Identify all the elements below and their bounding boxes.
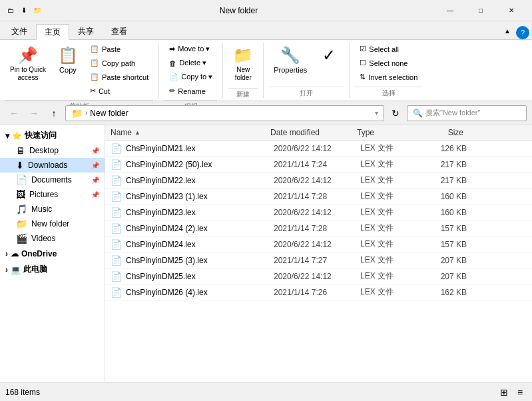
tab-view[interactable]: 查看 <box>103 23 136 39</box>
table-row[interactable]: 📄 ChsPinyinDM23 (1).lex 2021/1/14 7:28 L… <box>105 189 532 204</box>
pin-icon-desktop: 📌 <box>91 147 99 155</box>
onedrive-header[interactable]: › ☁ OneDrive <box>0 247 105 260</box>
cut-button[interactable]: ✂ Cut <box>85 85 153 97</box>
file-date: 2021/1/14 7:26 <box>274 288 360 297</box>
copy-to-button[interactable]: 📄 Copy to ▾ <box>164 71 217 83</box>
list-view-button[interactable]: ≡ <box>513 386 527 399</box>
forward-button[interactable]: → <box>25 105 43 122</box>
table-row[interactable]: 📄 ChsPinyinDM23.lex 2020/6/22 14:12 LEX … <box>105 204 532 220</box>
ribbon-expand-button[interactable]: ▲ <box>499 22 516 39</box>
pin-to-quick-access-button[interactable]: 📌 Pin to Quickaccess <box>5 43 51 85</box>
column-date[interactable]: Date modified <box>270 128 357 137</box>
sidebar-item-videos[interactable]: 🎬 Videos <box>0 231 105 246</box>
select-all-button[interactable]: ☑ Select all <box>355 43 422 55</box>
address-dropdown-icon[interactable]: ▾ <box>375 109 378 117</box>
open-icon: ✓ <box>322 46 336 65</box>
select-none-button[interactable]: ☐ Select none <box>355 57 422 69</box>
thispc-label: 此电脑 <box>23 264 47 275</box>
copy-icon: 📋 <box>58 46 78 65</box>
minimize-button[interactable]: — <box>435 0 465 21</box>
sidebar-item-documents[interactable]: 📄 Documents 📌 <box>0 173 105 187</box>
file-type: LEX 文件 <box>360 254 413 266</box>
copy-path-label: Copy path <box>102 59 135 67</box>
table-row[interactable]: 📄 ChsPinyinDM22.lex 2020/6/22 14:12 LEX … <box>105 173 532 189</box>
table-row[interactable]: 📄 ChsPinyinDM21.lex 2020/6/22 14:12 LEX … <box>105 141 532 157</box>
move-icon: ➡ <box>169 45 175 53</box>
file-date: 2021/1/14 7:27 <box>274 256 360 265</box>
new-folder-button[interactable]: 📁 Newfolder <box>228 43 258 85</box>
table-row[interactable]: 📄 ChsPinyinDM26 (4).lex 2021/1/14 7:26 L… <box>105 284 532 300</box>
onedrive-section: › ☁ OneDrive <box>0 247 105 260</box>
file-icon: 📄 <box>111 287 122 298</box>
desktop-icon: 🖥 <box>16 145 25 156</box>
move-label: Move to ▾ <box>178 45 210 53</box>
file-size: 126 KB <box>413 144 467 153</box>
address-bar[interactable]: 📁 › New folder ▾ <box>65 105 384 121</box>
properties-label: Properties <box>274 66 307 74</box>
close-button[interactable]: ✕ <box>496 0 527 21</box>
delete-icon: 🗑 <box>169 59 176 67</box>
select-all-icon: ☑ <box>360 45 366 53</box>
file-name: ChsPinyinDM24 (2).lex <box>126 224 274 233</box>
table-row[interactable]: 📄 ChsPinyinDM25.lex 2020/6/22 14:12 LEX … <box>105 268 532 284</box>
thispc-expand-icon: › <box>5 265 8 274</box>
rename-label: Rename <box>178 87 206 95</box>
table-row[interactable]: 📄 ChsPinyinDM24 (2).lex 2021/1/14 7:28 L… <box>105 220 532 236</box>
open-button[interactable]: ✓ <box>314 43 344 69</box>
sidebar-item-music[interactable]: 🎵 Music <box>0 202 105 216</box>
ribbon-group-clipboard: 📌 Pin to Quickaccess 📋 Copy 📋 Paste 📋 Co… <box>0 43 159 98</box>
column-name[interactable]: Name ▲ <box>111 128 270 137</box>
help-button[interactable]: ? <box>516 26 529 39</box>
search-bar[interactable]: 🔍 搜索"New folder" <box>407 105 527 121</box>
sidebar-item-new-folder[interactable]: 📁 New folder <box>0 216 105 231</box>
table-row[interactable]: 📄 ChsPinyinDM25 (3).lex 2021/1/14 7:27 L… <box>105 252 532 268</box>
onedrive-expand-icon: › <box>5 249 8 258</box>
invert-selection-button[interactable]: ⇅ Invert selection <box>355 71 422 83</box>
file-icon: 📄 <box>111 223 122 234</box>
tab-file[interactable]: 文件 <box>3 23 36 39</box>
thispc-header[interactable]: › 💻 此电脑 <box>0 262 105 277</box>
organize-content: ➡ Move to ▾ 🗑 Delete ▾ 📄 Copy to ▾ ✏ Ren… <box>164 43 217 97</box>
move-to-button[interactable]: ➡ Move to ▾ <box>164 43 217 55</box>
paste-shortcut-button[interactable]: 📋 Paste shortcut <box>85 71 153 83</box>
organize-col: ➡ Move to ▾ 🗑 Delete ▾ 📄 Copy to ▾ ✏ Ren… <box>164 43 217 97</box>
properties-icon: 🔧 <box>280 46 300 65</box>
tab-home[interactable]: 主页 <box>36 24 69 40</box>
cut-icon: ✂ <box>90 87 96 95</box>
file-size: 160 KB <box>413 192 467 201</box>
back-button[interactable]: ← <box>5 105 23 122</box>
copy-path-button[interactable]: 📋 Copy path <box>85 57 153 69</box>
sidebar-item-desktop[interactable]: 🖥 Desktop 📌 <box>0 143 105 158</box>
sidebar-item-downloads[interactable]: ⬇ Downloads 📌 <box>0 158 105 173</box>
up-button[interactable]: ↑ <box>45 105 63 122</box>
pin-icon-documents: 📌 <box>91 177 99 184</box>
music-label: Music <box>31 204 52 214</box>
select-all-label: Select all <box>369 45 399 53</box>
delete-button[interactable]: 🗑 Delete ▾ <box>164 57 217 69</box>
column-size[interactable]: Size <box>410 128 463 137</box>
table-row[interactable]: 📄 ChsPinyinDM22 (50).lex 2021/1/14 7:24 … <box>105 157 532 173</box>
maximize-button[interactable]: □ <box>465 0 496 21</box>
onedrive-icon: ☁ <box>11 249 19 258</box>
table-row[interactable]: 📄 ChsPinyinDM24.lex 2020/6/22 14:12 LEX … <box>105 236 532 252</box>
pin-label: Pin to Quickaccess <box>10 66 46 82</box>
sidebar-item-pictures[interactable]: 🖼 Pictures 📌 <box>0 187 105 202</box>
details-view-button[interactable]: ⊞ <box>497 386 511 399</box>
copy-button[interactable]: 📋 Copy <box>53 43 83 77</box>
properties-button[interactable]: 🔧 Properties <box>269 43 312 77</box>
window-controls: — □ ✕ <box>435 0 527 21</box>
file-size: 217 KB <box>413 176 467 185</box>
refresh-button[interactable]: ↻ <box>387 105 404 122</box>
select-none-label: Select none <box>369 59 407 67</box>
cut-label: Cut <box>99 87 110 95</box>
quick-access-header[interactable]: ▾ ⭐ 快速访问 <box>0 128 105 143</box>
quick-access-section: ▾ ⭐ 快速访问 🖥 Desktop 📌 ⬇ Downloads 📌 📄 Doc… <box>0 128 105 246</box>
file-type: LEX 文件 <box>360 191 413 202</box>
paste-button[interactable]: 📋 Paste <box>85 43 153 55</box>
rename-button[interactable]: ✏ Rename <box>164 85 217 97</box>
file-name: ChsPinyinDM23 (1).lex <box>126 192 274 201</box>
documents-icon: 📄 <box>16 175 27 185</box>
tab-share[interactable]: 共享 <box>69 23 103 39</box>
new-folder-label: Newfolder <box>235 66 252 82</box>
column-type[interactable]: Type <box>357 128 410 137</box>
